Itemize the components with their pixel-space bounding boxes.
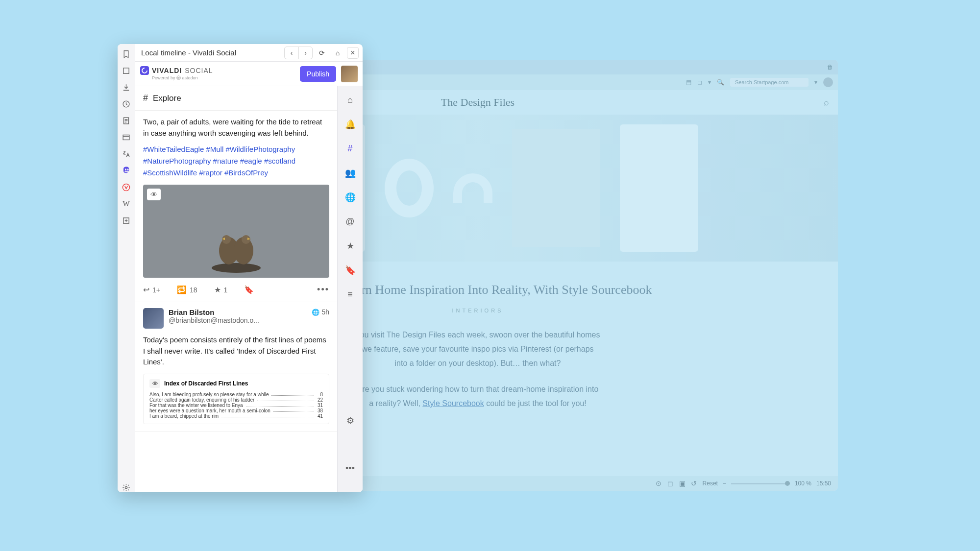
vivaldi-panel-rail: W (118, 44, 135, 492)
post-avatar[interactable] (143, 308, 164, 329)
mastodon-icon[interactable] (122, 166, 131, 175)
window-icon[interactable] (122, 132, 131, 142)
boost-button[interactable]: 🔁18 (177, 285, 197, 294)
hash-icon: # (143, 93, 148, 103)
preferences-icon[interactable]: ⚙ (346, 415, 354, 426)
status-icon[interactable]: ⊙ (656, 479, 662, 487)
poem-line: I am a beard, chipped at the rim41 (149, 413, 323, 419)
post-time: 🌐5h (312, 308, 329, 316)
bg-addr-icon[interactable]: ▤ (686, 79, 691, 86)
svg-rect-2 (123, 135, 129, 140)
zoom-level: 100 % (795, 480, 811, 487)
poem-attachment[interactable]: 👁 Index of Discarded First Lines Also, I… (143, 374, 329, 424)
favorites-icon[interactable]: ★ (346, 240, 354, 251)
favorite-button[interactable]: ★1 (214, 285, 228, 294)
poem-line: her eyes were a question mark, her mouth… (149, 408, 323, 413)
svg-point-10 (242, 235, 250, 244)
hide-media-icon[interactable]: 👁 (147, 189, 161, 200)
bookmarks-icon[interactable] (122, 49, 131, 59)
svg-point-9 (222, 235, 231, 244)
hashtag-link[interactable]: #eagle (240, 157, 262, 165)
post-author-name[interactable]: Brian Bilston (169, 308, 307, 316)
post-image[interactable]: 👁 (143, 185, 329, 278)
hashtag-link[interactable]: #raptor (199, 168, 222, 177)
post-actions: ↩1+ 🔁18 ★1 🔖 ••• (143, 278, 329, 295)
hashtag-link[interactable]: #BirdsOfPrey (224, 168, 268, 177)
reload-button[interactable]: ⟳ (316, 47, 328, 59)
bg-searchbox[interactable]: Search Startpage.com (730, 78, 808, 87)
bg-search-caret[interactable]: ▾ (814, 79, 817, 86)
more-button[interactable]: ••• (317, 285, 329, 295)
hashtag-link[interactable]: #ScottishWildlife (143, 168, 197, 177)
eagle-illustration (202, 224, 270, 273)
explore-header: # Explore (135, 86, 337, 111)
close-panel-button[interactable]: × (347, 47, 359, 59)
vivaldi-social-brand: VIVALDI SOCIAL Powered by ⓜ astodon (140, 66, 213, 81)
lists-icon[interactable]: ≡ (347, 289, 353, 300)
poem-line: Carter called again today, enquiring of … (149, 397, 323, 403)
community-icon[interactable]: 👥 (345, 168, 356, 178)
mentions-icon[interactable]: @ (345, 216, 354, 227)
vivaldi-icon[interactable] (122, 182, 131, 192)
home-button[interactable]: ⌂ (331, 47, 344, 59)
add-panel-icon[interactable] (122, 216, 131, 225)
zoom-slider[interactable] (731, 483, 790, 484)
feed[interactable]: # Explore Two, a pair of adults, were wa… (135, 86, 337, 492)
hashtag-link[interactable]: #WildlifePhotography (225, 145, 295, 153)
svg-point-6 (212, 263, 261, 273)
post-1: Two, a pair of adults, were waiting for … (135, 111, 337, 302)
bookmarks-nav-icon[interactable]: 🔖 (345, 265, 356, 276)
bg-profile-avatar[interactable] (823, 77, 833, 87)
clock: 15:50 (816, 480, 831, 487)
reply-button[interactable]: ↩1+ (143, 285, 160, 294)
hashtag-link[interactable]: #Mull (206, 145, 223, 153)
bookmark-button[interactable]: 🔖 (244, 285, 254, 294)
profile-avatar[interactable] (341, 66, 358, 82)
home-icon[interactable]: ⌂ (347, 95, 353, 105)
explore-icon[interactable]: # (347, 144, 352, 154)
social-nav-rail: ⌂ 🔔 # 👥 🌐 @ ★ 🔖 ≡ ⚙ ••• (337, 86, 363, 492)
status-icon[interactable]: ◻ (667, 479, 674, 487)
search-icon[interactable]: ⌕ (824, 97, 829, 108)
notifications-icon[interactable]: 🔔 (345, 119, 356, 130)
poem-line: For that was the winter we listened to E… (149, 403, 323, 408)
search-icon: 🔍 (717, 79, 724, 86)
translate-icon[interactable] (122, 149, 131, 159)
downloads-icon[interactable] (122, 82, 131, 92)
reset-zoom[interactable]: Reset (703, 480, 718, 487)
publish-button[interactable]: Publish (300, 66, 336, 82)
powered-by: Powered by ⓜ astodon (152, 75, 213, 81)
post-text: Two, a pair of adults, were waiting for … (143, 117, 329, 139)
style-sourcebook-link[interactable]: Style Sourcebook (422, 399, 484, 407)
svg-point-3 (122, 184, 129, 191)
trash-icon[interactable]: 🗑 (827, 64, 833, 71)
nav-forward-button[interactable]: › (298, 47, 312, 59)
vivaldi-logo-icon (140, 66, 149, 75)
bg-addr-icon[interactable]: ◻ (697, 79, 702, 86)
hashtag-link[interactable]: #nature (213, 157, 238, 165)
hashtag-link[interactable]: #NaturePhotography (143, 157, 211, 165)
federated-icon[interactable]: 🌐 (345, 192, 356, 203)
hashtag-link[interactable]: #scotland (264, 157, 295, 165)
history-icon[interactable] (122, 99, 131, 109)
panel-title: Local timeline - Vivaldi Social (141, 48, 281, 57)
wikipedia-icon[interactable]: W (122, 199, 131, 209)
bg-addr-icon[interactable]: ▾ (708, 79, 711, 86)
more-nav-icon[interactable]: ••• (345, 463, 355, 474)
status-icon[interactable]: ↺ (691, 479, 698, 487)
zoom-out-icon[interactable]: − (723, 480, 726, 487)
svg-point-5 (125, 486, 127, 488)
reading-list-icon[interactable] (122, 66, 131, 75)
settings-icon[interactable] (122, 482, 131, 492)
post-author-handle: @brianbilston@mastodon.o... (169, 316, 307, 324)
explore-label: Explore (153, 94, 181, 103)
panel-titlebar: Local timeline - Vivaldi Social ‹ › ⟳ ⌂ … (135, 44, 363, 62)
nav-back-button[interactable]: ‹ (285, 47, 298, 59)
post-2: Brian Bilston @brianbilston@mastodon.o..… (135, 302, 337, 431)
notes-icon[interactable] (122, 116, 131, 125)
vivaldi-social-panel: W Local timeline - Vivaldi Social ‹ › ⟳ … (118, 44, 363, 492)
hide-media-icon[interactable]: 👁 (149, 379, 160, 388)
bg-site-title: The Design Files (441, 96, 514, 109)
hashtag-link[interactable]: #WhiteTailedEagle (143, 145, 204, 153)
status-icon[interactable]: ▣ (679, 479, 686, 487)
